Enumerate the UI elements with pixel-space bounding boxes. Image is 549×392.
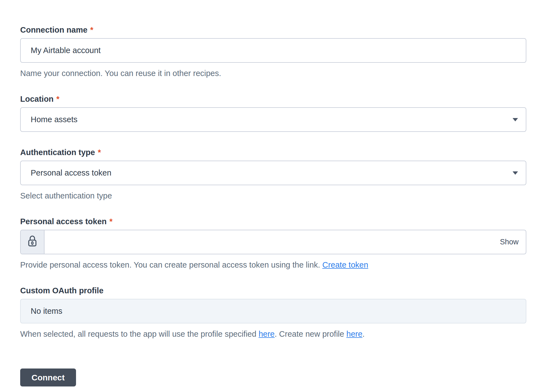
required-asterisk: *	[98, 148, 101, 157]
auth-type-select-value: Personal access token	[31, 168, 111, 177]
token-lock-box	[21, 230, 45, 254]
oauth-profile-select[interactable]: No items	[20, 299, 526, 323]
token-hint: Provide personal access token. You can c…	[20, 260, 526, 270]
token-group: Personal access token * Show Provide per…	[20, 217, 526, 270]
auth-type-group: Authentication type * Personal access to…	[20, 148, 526, 201]
location-group: Location * Home assets	[20, 95, 526, 132]
location-label: Location *	[20, 95, 526, 104]
oauth-profile-label: Custom OAuth profile	[20, 286, 526, 295]
required-asterisk: *	[90, 25, 93, 35]
profile-here-link-2[interactable]: here	[346, 330, 362, 338]
location-select-value: Home assets	[31, 115, 77, 124]
connection-name-input[interactable]	[20, 38, 526, 63]
auth-type-label-text: Authentication type	[20, 148, 95, 157]
lock-icon	[27, 235, 38, 249]
connection-form: Connection name * Name your connection. …	[0, 0, 526, 386]
token-field: Show	[20, 230, 526, 254]
oauth-profile-group: Custom OAuth profile No items When selec…	[20, 286, 526, 339]
connect-button[interactable]: Connect	[20, 369, 76, 386]
required-asterisk: *	[109, 217, 113, 226]
connection-name-group: Connection name * Name your connection. …	[20, 25, 526, 79]
connection-name-hint: Name your connection. You can reuse it i…	[20, 68, 526, 79]
oauth-profile-label-text: Custom OAuth profile	[20, 286, 103, 295]
show-password-button[interactable]: Show	[500, 238, 526, 246]
token-hint-text: Provide personal access token. You can c…	[20, 260, 322, 269]
connection-name-label: Connection name *	[20, 25, 526, 35]
create-token-link[interactable]: Create token	[322, 260, 368, 269]
chevron-down-icon	[513, 118, 518, 121]
connection-name-label-text: Connection name	[20, 25, 87, 35]
auth-type-hint: Select authentication type	[20, 190, 526, 201]
token-label: Personal access token *	[20, 217, 526, 226]
token-input[interactable]	[45, 230, 500, 254]
required-asterisk: *	[56, 95, 59, 104]
location-select[interactable]: Home assets	[20, 107, 526, 132]
oauth-hint-text-1: When selected, all requests to the app w…	[20, 330, 258, 338]
chevron-down-icon	[513, 171, 518, 175]
location-label-text: Location	[20, 95, 54, 104]
profile-here-link-1[interactable]: here	[258, 330, 274, 338]
token-label-text: Personal access token	[20, 217, 107, 226]
auth-type-label: Authentication type *	[20, 148, 526, 157]
oauth-hint-text-3: .	[362, 330, 365, 338]
auth-type-select[interactable]: Personal access token	[20, 161, 526, 185]
oauth-profile-empty-text: No items	[31, 307, 62, 316]
oauth-hint-text-2: . Create new profile	[274, 330, 346, 338]
oauth-profile-hint: When selected, all requests to the app w…	[20, 329, 526, 339]
